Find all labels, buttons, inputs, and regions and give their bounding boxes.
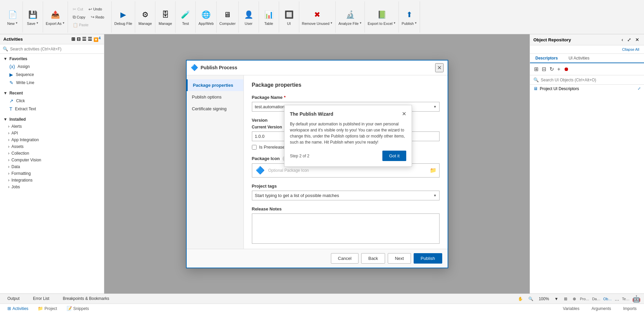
nav-package-properties[interactable]: Package properties (187, 79, 243, 91)
copy-button[interactable]: ⧉ Copy (71, 14, 87, 21)
activity-sequence[interactable]: ▶ Sequence (0, 71, 104, 79)
appintegration-item[interactable]: › App Integration (0, 136, 104, 143)
fit-icon[interactable]: ⊞ (563, 296, 569, 302)
snippets-tab[interactable]: 📝 Snippets (63, 305, 93, 312)
assets-item[interactable]: › Assets (0, 143, 104, 150)
right-panel-close-icon[interactable]: ✕ (634, 36, 641, 43)
export-excel-button[interactable]: 📗 Export to Excel ▼ (365, 1, 399, 33)
computervision-item[interactable]: › Computer Vision (0, 157, 104, 163)
tab-ui-activities[interactable]: UI Activities (563, 54, 595, 63)
sidebar-icon-2[interactable]: ⊟ (77, 36, 81, 42)
alerts-item[interactable]: › Alerts (0, 123, 104, 130)
collapse-all-button[interactable]: Cllapse All (620, 47, 641, 52)
paste-button[interactable]: 📋 Paste (71, 22, 90, 28)
formatting-item[interactable]: › Formatting (0, 170, 104, 177)
right-panel-expand-icon[interactable]: ⤢ (626, 36, 633, 43)
imports-bottom-tab[interactable]: Imports (619, 305, 641, 312)
table-button[interactable]: 📊 Table (259, 1, 279, 33)
user-button[interactable]: 👤 User (239, 1, 259, 33)
prerelease-checkbox[interactable] (252, 145, 257, 150)
main-area: Activities ⊞ ⊟ ☰ ☰ 🔽4 🔍 ▼ Favorites (x) (0, 34, 644, 294)
installed-header[interactable]: ▼ Installed (0, 116, 104, 123)
rp-icon-2[interactable]: ⊟ (541, 65, 547, 73)
cut-button[interactable]: ✂ Cut (71, 6, 85, 12)
jobs-item[interactable]: › Jobs (0, 184, 104, 190)
right-panel-search-icon: 🔍 (533, 77, 539, 82)
rp-icon-1[interactable]: ⊞ (533, 65, 539, 73)
cut-icon: ✂ (73, 7, 76, 12)
project-tags-group: Project tags Start typing to get a list … (252, 184, 440, 200)
back-button[interactable]: Back (361, 253, 385, 264)
appweb-label: App/Web (198, 22, 214, 26)
zoom-dropdown[interactable]: ▼ (553, 296, 560, 302)
computer-button[interactable]: 🖥 Computer (217, 1, 238, 33)
chevron-right-icon-4: › (8, 144, 9, 149)
analyze-file-button[interactable]: 🔬 Analyze File ▼ (336, 1, 365, 33)
remove-unused-button[interactable]: ✖ Remove Unused ▼ (299, 1, 336, 33)
data-item[interactable]: › Data (0, 163, 104, 170)
new-button[interactable]: 📄 New ▼ (3, 1, 23, 33)
cancel-button[interactable]: Cancel (331, 253, 358, 264)
undo-button[interactable]: ↩ Undo (86, 6, 104, 12)
manage-button[interactable]: ⚙ Manage (135, 1, 155, 33)
hand-icon[interactable]: ✋ (517, 296, 524, 302)
activity-writeline[interactable]: ✎ Write Line (0, 79, 104, 87)
sidebar-filter-badge[interactable]: 🔽4 (93, 36, 101, 42)
activity-click[interactable]: ↗ Click (0, 97, 104, 105)
search-bottom-icon[interactable]: 🔍 (527, 296, 535, 302)
wizard-title: The Publish Wizard (290, 111, 333, 117)
ui-label: UI (287, 22, 291, 26)
right-panel-chevron-icon[interactable]: ‹ (620, 36, 624, 43)
undo-icon: ↩ (88, 7, 92, 12)
api-item[interactable]: › API (0, 130, 104, 136)
dialog-close-button[interactable]: ✕ (435, 63, 444, 72)
debug-button[interactable]: ▶ Debug File (112, 1, 135, 33)
package-name-label: Package Name * (252, 95, 440, 100)
project-ui-descriptors-item[interactable]: 🖥 Project UI Descriptors ⤢ (530, 85, 644, 92)
save-button[interactable]: 💾 Save ▼ (23, 1, 43, 33)
next-button[interactable]: Next (388, 253, 411, 264)
rp-record-icon[interactable]: ⏺ (563, 66, 570, 73)
release-notes-textarea[interactable] (252, 213, 440, 244)
chevron-down-icon: ▼ (3, 56, 7, 61)
nav-certificate-signing[interactable]: Certificate signing (187, 103, 243, 115)
variables-bottom-tab[interactable]: Variables (559, 305, 583, 312)
redo-button[interactable]: ↪ Redo (89, 14, 106, 20)
manage2-button[interactable]: 🗄 Manage (155, 1, 176, 33)
test-button[interactable]: 🧪 Test (176, 1, 196, 33)
arguments-bottom-tab[interactable]: Arguments (588, 305, 615, 312)
package-icon-browse-button[interactable]: 📁 (430, 167, 437, 173)
dots-icon[interactable]: … (614, 296, 619, 302)
publish-button[interactable]: Publish (414, 253, 442, 264)
breakpoints-tab[interactable]: Breakpoints & Bookmarks (59, 295, 113, 303)
activity-assign[interactable]: (x) Assign (0, 63, 104, 71)
got-it-button[interactable]: Got it (382, 151, 406, 161)
rp-refresh-icon[interactable]: ↻ (549, 65, 555, 73)
rp-add-icon[interactable]: + (557, 66, 561, 73)
sidebar-icon-1[interactable]: ⊞ (71, 36, 75, 42)
tab-descriptors[interactable]: Descriptors (530, 54, 563, 63)
project-tab[interactable]: 📁 Project (34, 305, 61, 312)
collection-item[interactable]: › Collection (0, 150, 104, 157)
integrations-item[interactable]: › Integrations (0, 177, 104, 184)
activities-tab[interactable]: ⊞ Activities (3, 305, 32, 312)
right-panel-search-input[interactable] (541, 78, 641, 82)
error-list-tab[interactable]: Error List (29, 295, 53, 303)
recent-header[interactable]: ▼ Recent (0, 89, 104, 97)
appweb-button[interactable]: 🌐 App/Web (196, 1, 217, 33)
favorites-header[interactable]: ▼ Favorites (0, 55, 104, 63)
project-tags-select[interactable]: Start typing to get a list of possible m… (252, 191, 440, 200)
wizard-close-button[interactable]: ✕ (402, 111, 406, 117)
ui-button[interactable]: 🔲 UI (279, 1, 299, 33)
sidebar-icon-4[interactable]: ☰ (88, 36, 92, 42)
zoom-in-icon[interactable]: ⊕ (571, 296, 577, 302)
activity-extracttext[interactable]: T Extract Text (0, 105, 104, 113)
output-tab[interactable]: Output (3, 295, 24, 303)
sidebar-icon-3[interactable]: ☰ (82, 36, 86, 42)
user-label: User (244, 22, 252, 26)
search-input[interactable] (10, 47, 101, 51)
nav-publish-options[interactable]: Publish options (187, 91, 243, 103)
publish-toolbar-button[interactable]: ⬆ Publish ▼ (399, 1, 420, 33)
wizard-step: Step 2 of 2 (290, 154, 309, 158)
export-as-button[interactable]: 📤 Export As ▼ (43, 1, 68, 33)
